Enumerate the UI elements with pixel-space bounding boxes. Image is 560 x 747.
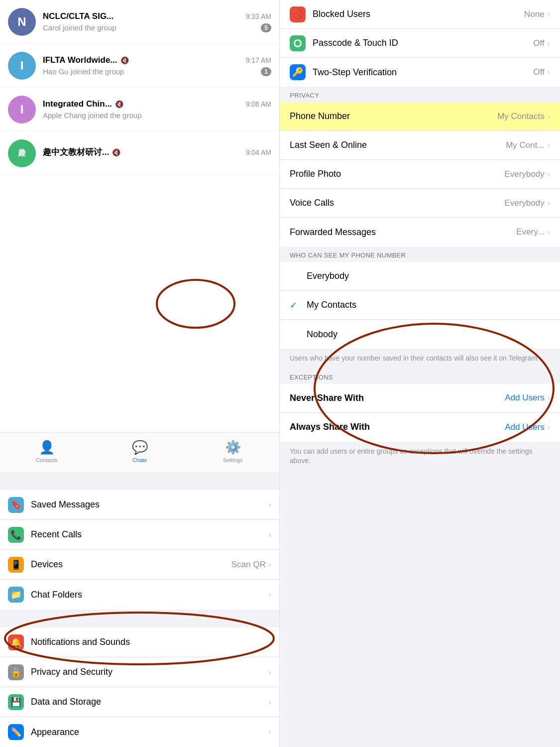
last-seen-item[interactable]: Last Seen & Online My Cont... › [280, 131, 560, 160]
tab-settings-label: Settings [223, 457, 243, 463]
mute-icon-integrated: 🔇 [115, 100, 123, 108]
profile-photo-label: Profile Photo [290, 169, 504, 179]
two-step-item[interactable]: 🔑 Two-Step Verification Off › [280, 58, 560, 87]
notifications-chevron: › [269, 638, 271, 647]
chat-time-nclc: 9:33 AM [246, 12, 271, 20]
settings-item-recent-calls[interactable]: 📞 Recent Calls › [0, 520, 279, 550]
badge-iflta: 1 [261, 67, 271, 76]
chat-name-quzw: 趣中文教材研讨... 🔇 [43, 146, 120, 158]
settings-item-devices[interactable]: 📱 Devices Scan QR › [0, 550, 279, 580]
chat-item-quzw[interactable]: 趣 趣中文教材研讨... 🔇 9:04 AM [0, 131, 279, 175]
settings-section: 🔖 Saved Messages › 📞 Recent Calls › 📱 De… [0, 490, 279, 610]
chat-content-quzw: 趣中文教材研讨... 🔇 9:04 AM [43, 146, 271, 160]
passcode-value: Off [533, 38, 544, 48]
who-options-section: ✓ Everybody ✓ My Contacts ✓ Nobody [280, 262, 560, 349]
profile-photo-item[interactable]: Profile Photo Everybody › [280, 160, 560, 189]
option-my-contacts[interactable]: ✓ My Contacts [280, 291, 560, 320]
privacy-label: Privacy and Security [31, 667, 269, 677]
chat-item-integrated[interactable]: I Integrated Chin... 🔇 9:08 AM Apple Cha… [0, 88, 279, 131]
bottom-description: You can add users or entire groups as ex… [280, 442, 560, 471]
last-seen-value: My Cont... [506, 140, 544, 150]
phone-number-value: My Contacts [497, 112, 544, 122]
tab-chats[interactable]: 💬 Chats [93, 440, 186, 463]
avatar-integrated: I [8, 96, 36, 124]
my-contacts-label: My Contacts [307, 300, 550, 310]
saved-messages-chevron: › [269, 500, 271, 509]
voice-calls-value: Everybody [504, 198, 544, 208]
chat-name-integrated: Integrated Chin... 🔇 [43, 99, 123, 109]
phone-number-item[interactable]: Phone Number My Contacts › [280, 102, 560, 131]
who-section-header: WHO CAN SEE MY PHONE NUMBER [280, 247, 560, 262]
two-step-icon: 🔑 [290, 64, 306, 80]
chat-time-quzw: 9:04 AM [246, 148, 271, 156]
chat-folders-icon: 📁 [8, 587, 24, 603]
notifications-icon: 🔔 [8, 634, 24, 650]
mute-icon-iflta: 🔇 [120, 56, 129, 64]
settings-item-chat-folders[interactable]: 📁 Chat Folders › [0, 580, 279, 610]
option-everybody[interactable]: ✓ Everybody [280, 262, 560, 291]
devices-icon: 📱 [8, 557, 24, 573]
chat-folders-chevron: › [269, 590, 271, 599]
chat-item-iflta[interactable]: I IFLTA Worldwide... 🔇 9:17 AM Hao Gu jo… [0, 44, 279, 88]
recent-calls-chevron: › [269, 530, 271, 539]
appearance-chevron: › [269, 728, 271, 737]
privacy-icon: 🔒 [8, 664, 24, 680]
voice-calls-chevron: › [548, 199, 550, 208]
profile-photo-chevron: › [548, 170, 550, 179]
forwarded-messages-item[interactable]: Forwarded Messages Every... › [280, 218, 560, 247]
voice-calls-label: Voice Calls [290, 198, 504, 208]
chat-preview-nclc: Carol joined the group [43, 23, 116, 32]
devices-chevron: › [269, 560, 271, 569]
two-step-label: Two-Step Verification [313, 67, 533, 78]
saved-messages-label: Saved Messages [31, 499, 269, 510]
chat-item-nclc[interactable]: N NCLC/CLTA SIG... 9:33 AM Carol joined … [0, 0, 279, 44]
settings-item-appearance[interactable]: ✏️ Appearance › [0, 717, 279, 747]
passcode-icon [290, 35, 306, 51]
settings-item-saved-messages[interactable]: 🔖 Saved Messages › [0, 490, 279, 520]
settings-section2: 🔔 Notifications and Sounds › 🔒 Privacy a… [0, 627, 279, 747]
tab-contacts-label: Contacts [36, 457, 57, 463]
blocked-users-icon: 🚫 [290, 6, 306, 22]
chat-time-iflta: 9:17 AM [246, 56, 271, 64]
always-share-label: Always Share With [290, 422, 505, 432]
forwarded-messages-value: Every... [516, 227, 544, 237]
never-share-label: Never Share With [290, 393, 505, 403]
passcode-item[interactable]: Passcode & Touch ID Off › [280, 29, 560, 58]
settings-icon: ⚙️ [225, 440, 241, 455]
settings-item-notifications[interactable]: 🔔 Notifications and Sounds › [0, 627, 279, 657]
last-seen-chevron: › [548, 141, 550, 150]
recent-calls-icon: 📞 [8, 527, 24, 543]
avatar-iflta: I [8, 52, 36, 80]
chat-preview-iflta: Hao Gu joined the group [43, 67, 124, 76]
settings-item-privacy[interactable]: 🔒 Privacy and Security › [0, 657, 279, 687]
notifications-label: Notifications and Sounds [31, 637, 269, 647]
profile-photo-value: Everybody [504, 169, 544, 179]
privacy-section-header: PRIVACY [280, 87, 560, 102]
chat-list: N NCLC/CLTA SIG... 9:33 AM Carol joined … [0, 0, 279, 432]
always-share-item[interactable]: Always Share With Add Users › [280, 413, 560, 442]
option-nobody[interactable]: ✓ Nobody [280, 320, 560, 349]
mute-icon-quzw: 🔇 [112, 148, 120, 156]
tab-settings[interactable]: ⚙️ Settings [186, 440, 279, 463]
chat-content-nclc: NCLC/CLTA SIG... 9:33 AM Carol joined th… [43, 11, 271, 32]
data-storage-icon: 💾 [8, 694, 24, 710]
always-share-chevron: › [548, 423, 550, 432]
settings-item-data-storage[interactable]: 💾 Data and Storage › [0, 687, 279, 717]
tab-contacts[interactable]: 👤 Contacts [0, 440, 93, 463]
passcode-label: Passcode & Touch ID [313, 38, 533, 48]
voice-calls-item[interactable]: Voice Calls Everybody › [280, 189, 560, 218]
forwarded-messages-label: Forwarded Messages [290, 227, 516, 238]
two-step-value: Off [533, 67, 544, 77]
two-step-chevron: › [548, 68, 550, 77]
appearance-icon: ✏️ [8, 724, 24, 740]
forwarded-messages-chevron: › [548, 228, 550, 237]
data-storage-chevron: › [269, 698, 271, 707]
devices-label: Devices [31, 559, 231, 570]
never-share-item[interactable]: Never Share With Add Users › [280, 384, 560, 413]
who-description: Users who have your number saved in thei… [280, 349, 560, 369]
svg-point-3 [295, 41, 300, 46]
devices-value: Scan QR [231, 560, 266, 570]
blocked-users-item[interactable]: 🚫 Blocked Users None › [280, 0, 560, 29]
chat-folders-label: Chat Folders [31, 590, 269, 600]
chat-time-integrated: 9:08 AM [246, 100, 271, 108]
